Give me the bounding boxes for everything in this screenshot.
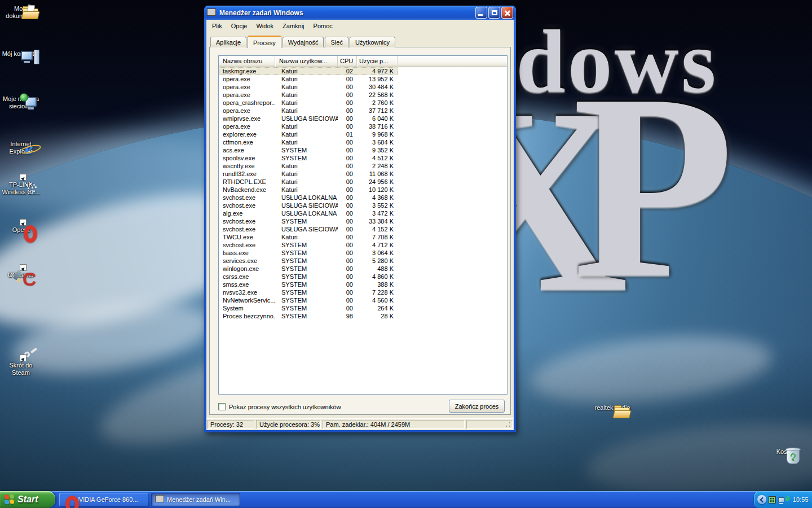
desktop-icon-opera[interactable]: Opera [0, 225, 42, 234]
tab-1[interactable]: Procesy [248, 36, 281, 48]
process-user: USŁUGA LOKALNA [275, 209, 338, 217]
process-name: svchost.exe [219, 225, 275, 233]
process-row[interactable]: nvsvc32.exe SYSTEM 00 7 228 K [219, 288, 398, 296]
process-row[interactable]: opera.exe Katuri 00 30 484 K [219, 83, 398, 91]
process-name: svchost.exe [219, 202, 275, 209]
menu-item-4[interactable]: Pomoc [309, 21, 337, 31]
process-row[interactable]: svchost.exe SYSTEM 00 4 712 K [219, 241, 398, 249]
process-name: nvsvc32.exe [219, 288, 275, 296]
process-user: USŁUGA SIECIOWA [275, 115, 338, 122]
process-mem: 3 552 K [357, 202, 398, 209]
process-row[interactable]: smss.exe SYSTEM 00 388 K [219, 281, 398, 288]
column-header[interactable]: Użycie p... [357, 56, 398, 67]
process-row[interactable]: alg.exe USŁUGA LOKALNA 00 3 472 K [219, 209, 398, 217]
tab-0[interactable]: Aplikacje [210, 37, 246, 47]
tab-4[interactable]: Użytkownicy [350, 37, 395, 47]
process-row[interactable]: acs.exe SYSTEM 00 9 352 K [219, 146, 398, 154]
resize-grip[interactable] [505, 421, 511, 428]
column-header[interactable]: CPU [338, 56, 357, 67]
tplink-utility-icon[interactable] [769, 496, 776, 503]
process-mem: 3 684 K [357, 138, 398, 146]
process-row[interactable]: svchost.exe USŁUGA SIECIOWA 00 3 552 K [219, 202, 398, 209]
process-row[interactable]: wscntfy.exe Katuri 00 2 248 K [219, 162, 398, 170]
menu-item-2[interactable]: Widok [251, 21, 278, 31]
desktop-icon-my-computer[interactable]: Mój komputer [0, 49, 42, 58]
process-user: SYSTEM [275, 154, 338, 162]
process-cpu: 00 [338, 91, 357, 99]
process-row[interactable]: svchost.exe USŁUGA LOKALNA 00 4 368 K [219, 194, 398, 202]
tab-3[interactable]: Sieć [325, 37, 348, 47]
process-user: SYSTEM [275, 288, 338, 296]
process-row[interactable]: ctfmon.exe Katuri 00 3 684 K [219, 138, 398, 146]
process-row[interactable]: opera_crashrepor... Katuri 00 2 760 K [219, 99, 398, 107]
desktop-icon-internet-explorer[interactable]: e Internet Explorer [0, 139, 42, 155]
process-name: opera.exe [219, 75, 275, 83]
process-mem: 37 712 K [357, 107, 398, 115]
process-cpu: 00 [338, 281, 357, 288]
processes-tab-page: Nazwa obrazuNazwa użytkow...CPUUżycie p.… [209, 47, 511, 415]
menu-item-1[interactable]: Opcje [227, 21, 252, 31]
process-cpu: 00 [338, 257, 357, 265]
minimize-button[interactable] [475, 7, 487, 19]
desktop-icon-recycle-bin[interactable]: Kosz [762, 446, 804, 456]
desktop-icon-tplink[interactable]: TP-LINK Wireless Cli... [0, 179, 42, 195]
process-row[interactable]: csrss.exe SYSTEM 00 4 860 K [219, 273, 398, 281]
process-row[interactable]: taskmgr.exe Katuri 02 4 972 K [219, 67, 398, 75]
column-header-filler [398, 56, 507, 67]
process-mem: 7 708 K [357, 233, 398, 241]
process-row[interactable]: Proces bezczynno... SYSTEM 98 28 K [219, 312, 398, 320]
process-row[interactable]: lsass.exe SYSTEM 00 3 064 K [219, 249, 398, 257]
maximize-button[interactable] [488, 7, 500, 19]
process-user: Katuri [275, 170, 338, 178]
desktop-icon-folder[interactable]: realtek audio [592, 402, 633, 411]
process-name: smss.exe [219, 281, 275, 288]
process-user: Katuri [275, 107, 338, 115]
process-row[interactable]: wmiprvse.exe USŁUGA SIECIOWA 00 6 040 K [219, 115, 398, 122]
process-mem: 5 280 K [357, 257, 398, 265]
show-all-users-checkbox[interactable] [218, 403, 226, 410]
task-button-0[interactable]: NVIDIA GeForce 860... [59, 493, 148, 506]
process-row[interactable]: opera.exe Katuri 00 37 712 K [219, 107, 398, 115]
end-process-button[interactable]: Zakończ proces [449, 400, 505, 413]
process-row[interactable]: rundll32.exe Katuri 00 11 068 K [219, 170, 398, 178]
process-user: SYSTEM [275, 257, 338, 265]
process-row[interactable]: svchost.exe USŁUGA SIECIOWA 00 4 152 K [219, 225, 398, 233]
column-header[interactable]: Nazwa użytkow... [275, 56, 338, 67]
opera-icon [63, 495, 72, 504]
process-row[interactable]: NvBackend.exe Katuri 00 10 120 K [219, 186, 398, 194]
menu-item-3[interactable]: Zamknij [278, 21, 309, 31]
wireless-network-icon[interactable] [778, 495, 789, 505]
titlebar[interactable]: Menedżer zadań Windows [204, 6, 516, 20]
tab-2[interactable]: Wydajność [283, 37, 324, 47]
collapse-chevron-icon[interactable] [757, 495, 766, 504]
desktop-icon-steam[interactable]: Skrót do Steam [0, 360, 42, 376]
desktop-icon-documents-folder[interactable]: Moje dokumenty [0, 3, 42, 19]
show-all-users-label: Pokaż procesy wszystkich użytkowników [229, 404, 341, 410]
desktop-icon-ccleaner[interactable]: C CCleaner [0, 270, 42, 279]
windows-flag-icon [5, 494, 15, 505]
column-header[interactable]: Nazwa obrazu [219, 56, 275, 67]
process-list[interactable]: Nazwa obrazuNazwa użytkow...CPUUżycie p.… [218, 55, 508, 395]
process-name: opera.exe [219, 91, 275, 99]
menu-item-0[interactable]: Plik [208, 21, 227, 31]
close-button[interactable] [501, 7, 513, 19]
process-row[interactable]: TWCU.exe Katuri 00 7 708 K [219, 233, 398, 241]
process-mem: 6 040 K [357, 115, 398, 122]
process-row[interactable]: winlogon.exe SYSTEM 00 488 K [219, 265, 398, 273]
process-row[interactable]: RTHDCPL.EXE Katuri 00 24 956 K [219, 178, 398, 186]
process-row[interactable]: services.exe SYSTEM 00 5 280 K [219, 257, 398, 265]
process-row[interactable]: opera.exe Katuri 00 22 568 K [219, 91, 398, 99]
start-button[interactable]: Start [0, 491, 55, 508]
process-row[interactable]: explorer.exe Katuri 01 9 968 K [219, 130, 398, 138]
process-row[interactable]: NvNetworkServic... SYSTEM 00 4 560 K [219, 296, 398, 304]
process-user: SYSTEM [275, 217, 338, 225]
process-row[interactable]: svchost.exe SYSTEM 00 33 384 K [219, 217, 398, 225]
process-row[interactable]: spoolsv.exe SYSTEM 00 4 512 K [219, 154, 398, 162]
process-row[interactable]: opera.exe Katuri 00 38 716 K [219, 122, 398, 130]
task-button-label: NVIDIA GeForce 860... [74, 496, 138, 503]
process-row[interactable]: System SYSTEM 00 264 K [219, 304, 398, 312]
task-button-1[interactable]: Menedżer zadań Win... [151, 493, 240, 506]
process-user: Katuri [275, 162, 338, 170]
process-row[interactable]: opera.exe Katuri 00 13 952 K [219, 75, 398, 83]
desktop-icon-network-places[interactable]: Moje miejsca sieciowe [0, 94, 42, 110]
